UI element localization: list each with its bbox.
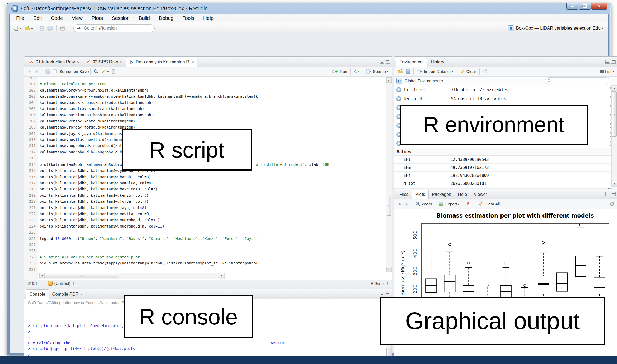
menu-plots[interactable]: Plots (87, 14, 107, 22)
goto-file-input[interactable] (83, 26, 152, 31)
code-line[interactable]: 228 (24, 248, 386, 254)
tab-help[interactable]: Help (454, 190, 470, 199)
console-tab-console[interactable]: Console (26, 289, 49, 299)
open-file-caret[interactable] (31, 28, 33, 29)
list-view-button[interactable]: List (598, 67, 616, 76)
scroll-thumb[interactable]: ≡ (45, 273, 119, 278)
source-tab-0[interactable]: R01-Introduction.Rnw× (26, 57, 83, 67)
maximize-pane-icon[interactable] (386, 60, 390, 64)
close-button[interactable]: ✕ (591, 3, 607, 10)
code-tools-button[interactable] (100, 67, 110, 76)
load-workspace-button[interactable] (396, 67, 404, 76)
code-line[interactable]: 217points(kalimantan$dbh, kalimantan$w.s… (24, 180, 386, 186)
menu-help[interactable]: Help (199, 14, 218, 22)
minimize-pane-icon[interactable] (380, 292, 384, 296)
code-line[interactable]: 216points(kalimantan$dbh, kalimantan$w.b… (24, 174, 386, 180)
code-line[interactable]: 224points(kalimantan$dbh, kalimantan$w.n… (24, 223, 386, 229)
tab-environment[interactable]: Environment (396, 57, 427, 67)
menu-session[interactable]: Session (107, 14, 134, 22)
environment-object-row[interactable]: hil.trees 716 obs. of 23 variables (394, 85, 617, 94)
menu-file[interactable]: File (12, 14, 29, 22)
scroll-up-icon[interactable]: ▲ (386, 77, 392, 83)
environment-search-box[interactable] (545, 77, 609, 84)
maximize-pane-icon[interactable] (386, 292, 390, 296)
scroll-left-icon[interactable]: ◀ (39, 273, 45, 278)
tab-viewer[interactable]: Viewer (470, 190, 490, 199)
editor-hscrollbar[interactable]: ◀ ▶ ≡ (39, 273, 225, 279)
tab-plots[interactable]: Plots (412, 190, 429, 199)
code-line[interactable]: 223points(kalimantan$dbh, kalimantan$w.n… (24, 217, 386, 223)
source-button[interactable]: Source (365, 67, 390, 76)
tab-packages[interactable]: Packages (429, 190, 454, 199)
expand-icon[interactable] (396, 96, 401, 101)
code-line[interactable]: 202kalimantan$w.brown<-brown.moist.d(kal… (24, 87, 386, 93)
save-doc-button[interactable] (44, 67, 51, 76)
save-button[interactable] (38, 24, 46, 33)
import-dataset-button[interactable]: Import Dataset (415, 67, 455, 76)
code-line[interactable]: 229# Summing all values per plot and nes… (24, 254, 386, 260)
scope-caret[interactable] (441, 80, 443, 82)
next-plot-button[interactable] (403, 200, 410, 209)
previous-plot-button[interactable] (396, 200, 403, 209)
find-button[interactable] (92, 67, 100, 76)
minimize-pane-icon[interactable] (605, 60, 610, 64)
code-line[interactable]: 221points(kalimantan$dbh, kalimantan$w.j… (24, 205, 386, 211)
minimize-button[interactable] (566, 3, 578, 10)
rerun-button[interactable] (352, 67, 361, 76)
open-file-button[interactable] (23, 24, 34, 33)
file-type-selector[interactable]: R Script (371, 281, 385, 286)
scroll-up-icon[interactable]: ▲ (612, 86, 617, 91)
close-tab-icon[interactable]: × (120, 60, 123, 64)
code-line[interactable]: 225 (24, 229, 386, 235)
environment-object-row[interactable]: kal.plot 94 obs. of 18 variables (394, 94, 617, 103)
maximize-pane-icon[interactable] (611, 192, 616, 196)
code-line[interactable]: 230bio.plot.brown<-as.data.frame(tapply(… (24, 260, 386, 266)
close-tab-icon[interactable]: × (81, 292, 83, 296)
code-line[interactable]: 206kalimantan$w.hashimoto<-hashimoto.d(k… (24, 112, 386, 118)
code-line[interactable]: 218points(kalimantan$dbh, kalimantan$w.h… (24, 186, 386, 192)
scroll-right-icon[interactable]: ▶ (219, 273, 224, 278)
code-line[interactable]: 203kalimantan$w.yamakura<-yamakura.stem(… (24, 93, 386, 100)
menu-debug[interactable]: Debug (154, 14, 178, 22)
tab-history[interactable]: History (427, 57, 448, 67)
new-file-caret[interactable] (20, 28, 22, 29)
maximize-button[interactable] (579, 3, 591, 10)
save-all-button[interactable] (46, 24, 54, 33)
scroll-thumb[interactable]: ≡ (612, 91, 617, 137)
code-line[interactable]: 204kalimantan$w.basuki<-basuki.mixed.d(k… (24, 100, 386, 106)
minimize-pane-icon[interactable] (380, 60, 384, 64)
source-caret[interactable] (387, 71, 389, 72)
scroll-down-icon[interactable]: ▼ (612, 181, 617, 186)
code-line[interactable]: 200 (24, 77, 386, 81)
environment-search-input[interactable] (553, 78, 607, 83)
editor-vscrollbar[interactable]: ▲ ▼ ≡ (386, 77, 392, 272)
console-tab-compile-pdf[interactable]: Compile PDF× (49, 289, 86, 299)
export-plot-button[interactable]: Export (437, 200, 461, 209)
source-on-save-checkbox[interactable] (51, 67, 58, 76)
clear-button[interactable]: Clear (459, 67, 477, 76)
goto-file-box[interactable] (73, 24, 155, 32)
code-line[interactable]: 205kalimantan$w.samalca<-samalca.d(kalim… (24, 106, 386, 112)
zoom-plot-button[interactable]: Zoom (414, 200, 433, 209)
close-tab-icon[interactable]: × (192, 60, 194, 64)
source-tab-1[interactable]: R02-SRS.Rnw× (83, 57, 126, 67)
code-editor[interactable]: 200201# Biomass calculation per tree202k… (24, 77, 392, 280)
new-file-button[interactable] (12, 24, 23, 33)
print-button[interactable] (58, 24, 67, 33)
remove-plot-button[interactable] (465, 200, 473, 209)
tab-files[interactable]: Files (396, 190, 412, 199)
maximize-pane-icon[interactable] (611, 60, 616, 64)
menu-edit[interactable]: Edit (29, 14, 47, 22)
refresh-plot-button[interactable] (608, 200, 616, 209)
code-line[interactable]: 227 (24, 242, 386, 248)
code-line[interactable]: 231 (24, 267, 386, 273)
close-tab-icon[interactable]: × (77, 60, 80, 64)
run-button[interactable]: Run (331, 67, 348, 76)
code-line[interactable]: 226legend(10,8000, c("Brown", "Yamakura"… (24, 236, 386, 242)
scroll-down-icon[interactable]: ▼ (386, 267, 392, 272)
project-selector[interactable]: R Box-Cox — LiDAR variables selection Ed… (508, 25, 606, 31)
code-line[interactable]: 219points(kalimantan$dbh, kalimantan$w.k… (24, 192, 386, 198)
source-tab-2[interactable]: RData analysis Kalimantan.R× (126, 57, 197, 67)
document-selector[interactable]: (Untitled) (54, 281, 71, 286)
expand-icon[interactable] (396, 87, 401, 92)
